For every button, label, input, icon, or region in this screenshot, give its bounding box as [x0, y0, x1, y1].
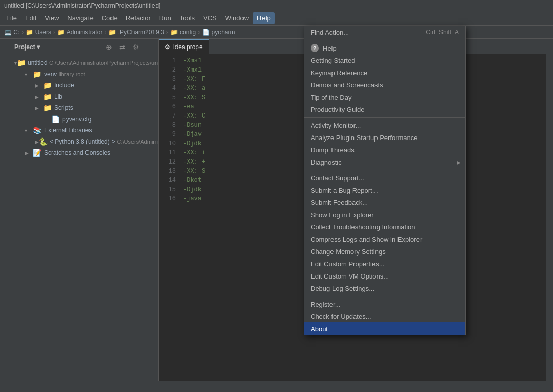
menu-edit-custom-vm[interactable]: Edit Custom VM Options... — [304, 270, 465, 282]
menu-edit-custom-props[interactable]: Edit Custom Properties... — [304, 258, 465, 270]
sidebar-add-btn[interactable]: ⊕ — [104, 42, 114, 52]
dump-threads-label: Dump Threads — [311, 146, 355, 154]
menu-view[interactable]: View — [40, 12, 63, 24]
sidebar: Project ▾ ⊕ ⇄ ⚙ — ▾ 📁 untitled C:\Users\… — [10, 39, 159, 392]
menu-help[interactable]: Help — [253, 12, 275, 24]
change-memory-label: Change Memory Settings — [311, 248, 386, 256]
tip-label: Tip of the Day — [311, 94, 351, 101]
tree-item-venv[interactable]: ▾ 📁 venv library root — [10, 68, 158, 80]
menu-file[interactable]: File — [2, 12, 21, 24]
show-log-label: Show Log in Explorer — [311, 211, 374, 219]
breadcrumb: 💻 C: › 📁 Users › 📁 Administrator › 📁 .Py… — [0, 26, 553, 39]
menu-window[interactable]: Window — [221, 12, 253, 24]
menu-navigate[interactable]: Navigate — [63, 12, 97, 24]
help-dropdown: Find Action... Ctrl+Shift+A ? Help Getti… — [304, 26, 466, 335]
sidebar-collapse-btn[interactable]: ⇄ — [117, 42, 127, 52]
menu-vcs[interactable]: VCS — [199, 12, 221, 24]
breadcrumb-admin[interactable]: 📁 Administrator — [57, 29, 102, 36]
compress-logs-label: Compress Logs and Show in Explorer — [311, 236, 422, 243]
menu-bar: File Edit View Navigate Code Refactor Ru… — [0, 11, 553, 26]
tree-item-untitled[interactable]: ▾ 📁 untitled C:\Users\Administrator\Pych… — [10, 57, 158, 68]
sidebar-settings-btn[interactable]: ⚙ — [130, 42, 141, 52]
separator-1 — [304, 40, 465, 40]
title-text: untitled [C:\Users\Administrator\Pycharm… — [4, 2, 160, 9]
menu-edit[interactable]: Edit — [21, 12, 40, 24]
breadcrumb-drive[interactable]: 💻 C: — [4, 29, 19, 36]
status-bar — [0, 381, 553, 392]
menu-analyze-plugin[interactable]: Analyze Plugin Startup Performance — [304, 131, 465, 144]
breadcrumb-config[interactable]: 📁 config — [170, 29, 196, 36]
register-label: Register... — [311, 301, 341, 308]
find-action-label: Find Action... — [311, 29, 349, 36]
getting-started-label: Getting Started — [311, 57, 355, 64]
breadcrumb-users[interactable]: 📁 Users — [26, 29, 51, 36]
tree-item-pyvenv[interactable]: 📄 pyvenv.cfg — [10, 113, 158, 125]
sidebar-minimize-btn[interactable]: — — [144, 42, 154, 52]
title-bar: untitled [C:\Users\Administrator\Pycharm… — [0, 0, 553, 11]
menu-change-memory[interactable]: Change Memory Settings — [304, 245, 465, 258]
keymap-ref-label: Keymap Reference — [311, 69, 367, 77]
menu-show-log[interactable]: Show Log in Explorer — [304, 209, 465, 221]
about-label: About — [311, 325, 328, 333]
demos-label: Demos and Screencasts — [311, 81, 383, 89]
separator-2 — [304, 117, 465, 118]
breadcrumb-pycharm[interactable]: 📁 .PyCharm2019.3 — [108, 29, 164, 36]
debug-log-label: Debug Log Settings... — [311, 285, 374, 292]
menu-register[interactable]: Register... — [304, 298, 465, 310]
tab-idea-prope[interactable]: ⚙ idea.prope — [159, 39, 209, 54]
menu-tools[interactable]: Tools — [175, 12, 199, 24]
menu-collect-troubleshooting[interactable]: Collect Troubleshooting Information — [304, 221, 465, 233]
tree-content: ▾ 📁 untitled C:\Users\Administrator\Pych… — [10, 55, 158, 392]
menu-submit-feedback[interactable]: Submit Feedback... — [304, 196, 465, 209]
tab-icon: ⚙ — [165, 43, 170, 51]
tree-item-python[interactable]: ▶ 🐍 < Python 3.8 (untitled) > C:\Users\A… — [10, 136, 158, 147]
menu-check-updates[interactable]: Check for Updates... — [304, 310, 465, 322]
menu-getting-started[interactable]: Getting Started — [304, 54, 465, 66]
menu-run[interactable]: Run — [155, 12, 175, 24]
menu-help-item[interactable]: ? Help — [304, 42, 465, 54]
tree-item-include[interactable]: ▶ 📁 Include — [10, 80, 158, 91]
submit-feedback-label: Submit Feedback... — [311, 199, 368, 206]
edit-custom-vm-label: Edit Custom VM Options... — [311, 272, 389, 280]
menu-activity-monitor[interactable]: Activity Monitor... — [304, 119, 465, 131]
menu-code[interactable]: Code — [98, 12, 122, 24]
menu-submit-bug[interactable]: Submit a Bug Report... — [304, 184, 465, 196]
left-tool-strip — [0, 39, 10, 392]
menu-dump-threads[interactable]: Dump Threads — [304, 144, 465, 156]
productivity-label: Productivity Guide — [311, 106, 365, 113]
separator-3 — [304, 170, 465, 170]
breadcrumb-pycharm2[interactable]: 📄 pycharm — [202, 29, 235, 36]
sidebar-header: Project ▾ ⊕ ⇄ ⚙ — — [10, 39, 158, 55]
separator-4 — [304, 296, 465, 296]
menu-productivity[interactable]: Productivity Guide — [304, 103, 465, 116]
submit-bug-label: Submit a Bug Report... — [311, 187, 378, 194]
analyze-plugin-label: Analyze Plugin Startup Performance — [311, 134, 418, 142]
activity-monitor-label: Activity Monitor... — [311, 122, 361, 129]
menu-refactor[interactable]: Refactor — [122, 12, 155, 24]
tab-label: idea.prope — [173, 43, 203, 51]
menu-compress-logs[interactable]: Compress Logs and Show in Explorer — [304, 233, 465, 245]
sidebar-title: Project ▾ — [14, 43, 101, 51]
menu-tip-of-day[interactable]: Tip of the Day — [304, 91, 465, 103]
menu-diagnostic[interactable]: Diagnostic — [304, 156, 465, 168]
contact-support-label: Contact Support... — [311, 174, 364, 182]
edit-custom-props-label: Edit Custom Properties... — [311, 260, 385, 268]
tree-item-scripts[interactable]: ▶ 📁 Scripts — [10, 102, 158, 113]
collect-troubleshooting-label: Collect Troubleshooting Information — [311, 223, 415, 231]
check-updates-label: Check for Updates... — [311, 313, 371, 320]
help-label: Help — [323, 44, 337, 52]
menu-demos-screencasts[interactable]: Demos and Screencasts — [304, 79, 465, 91]
menu-find-action[interactable]: Find Action... Ctrl+Shift+A — [304, 26, 465, 38]
menu-debug-log[interactable]: Debug Log Settings... — [304, 282, 465, 294]
menu-about[interactable]: About — [304, 322, 465, 335]
right-gutter — [546, 54, 553, 392]
menu-contact-support[interactable]: Contact Support... — [304, 172, 465, 184]
main-layout: Project ▾ ⊕ ⇄ ⚙ — ▾ 📁 untitled C:\Users\… — [0, 39, 553, 392]
diagnostic-label: Diagnostic — [311, 158, 342, 166]
help-question-icon: ? — [311, 44, 319, 52]
tree-item-scratches[interactable]: ▶ 📝 Scratches and Consoles — [10, 147, 158, 158]
find-action-shortcut: Ctrl+Shift+A — [415, 29, 459, 36]
tree-item-ext-libs[interactable]: ▾ 📚 External Libraries — [10, 125, 158, 136]
tree-item-lib[interactable]: ▶ 📁 Lib — [10, 91, 158, 102]
menu-keymap-ref[interactable]: Keymap Reference — [304, 66, 465, 79]
